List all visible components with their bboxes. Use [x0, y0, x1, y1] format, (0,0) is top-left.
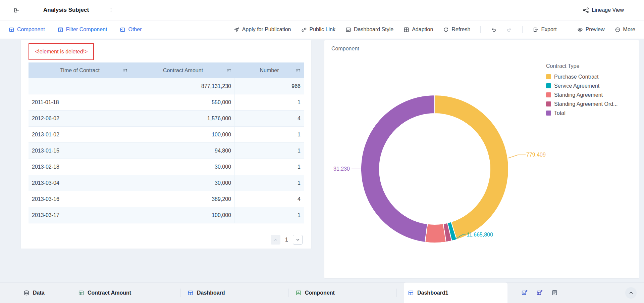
legend-label: Standing Agreement Ord... [554, 101, 618, 107]
cell-value: 100,000 [212, 212, 231, 218]
table-row-clipped [29, 223, 304, 225]
tab-label: Data [33, 290, 45, 296]
sort-icon [123, 68, 128, 73]
legend-item-purchase-contract[interactable]: Purchase Contract [546, 72, 635, 81]
back-button[interactable] [13, 7, 20, 13]
column-header-time-of-contract[interactable]: Time of Contract [29, 62, 131, 78]
redo-button[interactable] [506, 27, 512, 33]
collapse-panel-button[interactable] [625, 287, 637, 299]
toolbar-label: Refresh [451, 27, 470, 33]
add-dash-icon [536, 290, 543, 296]
toolbar-public-link-button[interactable]: Public Link [301, 27, 335, 33]
dashboard-icon [187, 290, 194, 296]
filter-icon [58, 27, 63, 33]
legend-item-total[interactable]: Total [546, 109, 635, 118]
bottom-bar-actions [521, 283, 558, 303]
cell-value: 2013-03-04 [32, 180, 59, 186]
page-title: Analysis Subject [43, 7, 89, 13]
adaption-icon [404, 27, 409, 33]
table-cell: 1 [235, 127, 304, 142]
cell-value: 1 [298, 212, 301, 218]
add-chart-icon [521, 290, 528, 296]
bottom-tab-component[interactable]: Component [288, 283, 396, 303]
data-icon [23, 290, 30, 296]
preview-icon [577, 27, 583, 33]
toolbar-component-button[interactable]: Component [9, 27, 45, 33]
table-cell: 1,576,000 [131, 111, 235, 126]
chevron-up-icon [273, 237, 278, 242]
legend-swatch [546, 101, 551, 106]
toolbar-dashboard-style-button[interactable]: Dashboard Style [345, 27, 393, 33]
table-row: 2013-01-1594,8001 [29, 143, 304, 159]
dashboard-icon [408, 290, 414, 296]
donut-label-total: 31,230 [326, 166, 350, 172]
redo-icon [506, 27, 512, 33]
toolbar-label: More [623, 27, 635, 33]
table-cell: 2013-01-15 [29, 143, 131, 159]
table-header-row: Time of ContractContract AmountNumber [29, 62, 304, 78]
cell-value: 2011-01-18 [32, 99, 59, 105]
donut-slice-purchase-contract[interactable] [435, 95, 508, 240]
toolbar-divider [480, 26, 481, 33]
donut-slice-total[interactable] [361, 95, 435, 242]
legend-item-standing-agreement-ord[interactable]: Standing Agreement Ord... [546, 99, 635, 109]
undo-button[interactable] [491, 27, 496, 33]
more-icon [615, 27, 621, 33]
sort-icon[interactable] [226, 68, 231, 73]
cell-value: 2013-03-16 [32, 196, 59, 202]
toolbar-preview-button[interactable]: Preview [577, 27, 605, 33]
table-cell: 2013-03-16 [29, 191, 131, 207]
donut-chart[interactable] [358, 92, 512, 246]
title-menu-button[interactable] [108, 7, 114, 13]
tab-label: Component [305, 290, 335, 296]
table-icon [78, 290, 84, 296]
table-row: 2012-06-021,576,0004 [29, 111, 304, 127]
legend-item-service-agreement[interactable]: Service Agreement [546, 81, 635, 90]
legend-item-standing-agreement[interactable]: Standing Agreement [546, 90, 635, 99]
dashboard-canvas: <!element is deleted!> Time of ContractC… [0, 39, 644, 282]
page-next-button[interactable] [293, 235, 303, 245]
bottom-tab-contract-amount[interactable]: Contract Amount [71, 283, 180, 303]
donut-label-service: 11,665,800 [467, 231, 493, 238]
cell-value: 4 [298, 116, 301, 122]
sort-icon[interactable] [123, 68, 128, 73]
toolbar-filter-component-button[interactable]: Filter Component [58, 27, 107, 33]
toolbar-refresh-button[interactable]: Refresh [443, 27, 470, 33]
page-prev-button[interactable] [271, 235, 280, 245]
table-cell: 94,800 [131, 143, 235, 159]
legend-label: Purchase Contract [554, 74, 599, 80]
toolbar-apply-for-publication-button[interactable]: Apply for Publication [234, 27, 291, 33]
table-cell: 100,000 [131, 207, 235, 223]
sort-icon [296, 68, 301, 73]
column-header-label: Time of Contract [60, 68, 100, 74]
toolbar-more-button[interactable]: More [615, 27, 635, 33]
column-header-contract-amount[interactable]: Contract Amount [131, 62, 235, 78]
donut-slice-standing-agreement[interactable] [425, 224, 446, 243]
cell-value: 877,131,230 [201, 83, 231, 89]
add-chart-button[interactable] [521, 290, 528, 296]
undo-icon [491, 27, 496, 33]
toolbar-export-button[interactable]: Export [533, 27, 556, 33]
table-cell: 1 [235, 175, 304, 191]
bottom-tab-data[interactable]: Data [0, 283, 71, 303]
bottom-tab-dashboard[interactable]: Dashboard [180, 283, 288, 303]
legend-swatch [546, 111, 551, 116]
table-cell: 100,000 [131, 127, 235, 142]
table-cell: 550,000 [131, 94, 235, 110]
column-header-number[interactable]: Number [235, 62, 304, 78]
cell-value: 1 [298, 99, 301, 105]
lineage-view-label: Lineage View [592, 7, 624, 13]
bottom-tab-bar: DataContract AmountDashboardComponentDas… [0, 282, 644, 303]
toolbar-label: Export [541, 27, 556, 33]
bottom-tabs: DataContract AmountDashboardComponentDas… [0, 283, 507, 303]
toolbar-label: Dashboard Style [354, 27, 393, 33]
sort-icon[interactable] [296, 68, 301, 73]
toolbar-other-button[interactable]: Other [120, 27, 142, 33]
toolbar-adaption-button[interactable]: Adaption [404, 27, 433, 33]
cell-value: 389,200 [212, 196, 231, 202]
lineage-view-button[interactable]: Lineage View [583, 7, 624, 13]
cell-value: 550,000 [212, 99, 231, 105]
notes-button[interactable] [551, 290, 558, 296]
bottom-tab-dashboard1[interactable]: Dashboard1 [404, 283, 507, 303]
add-dash-button[interactable] [536, 290, 543, 296]
